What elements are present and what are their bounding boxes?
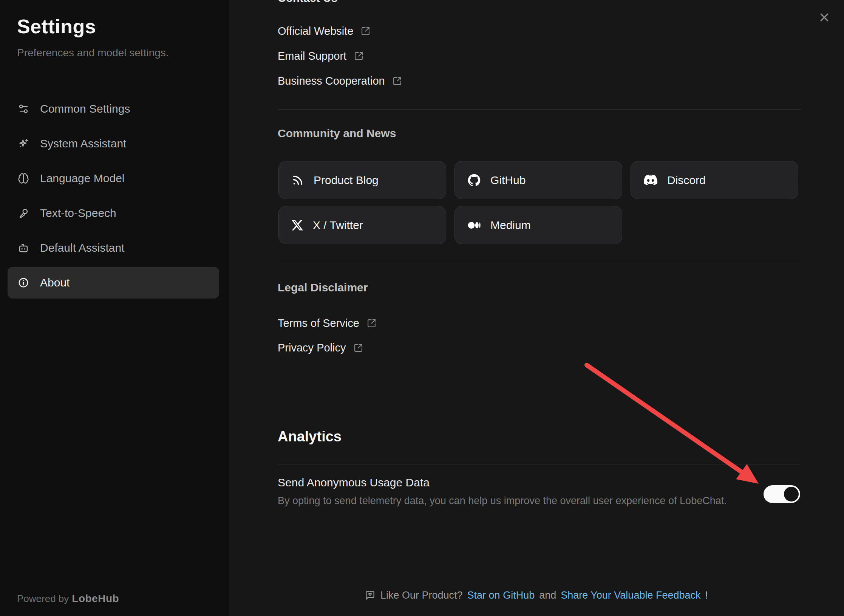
share-feedback-link[interactable]: Share Your Valuable Feedback: [561, 590, 700, 601]
sidebar-item-text-to-speech[interactable]: Text-to-Speech: [8, 197, 219, 229]
medium-icon: [468, 219, 481, 232]
info-icon: [17, 277, 29, 289]
discord-button[interactable]: Discord: [631, 161, 798, 199]
send-usage-data-description: By opting to send telemetry data, you ca…: [278, 495, 727, 507]
toggle-knob: [784, 487, 799, 501]
discord-icon: [644, 173, 657, 187]
github-icon: [468, 174, 481, 187]
brain-icon: [17, 172, 29, 184]
powered-by-text: Powered by: [17, 593, 69, 604]
sidebar-item-label: Common Settings: [40, 102, 130, 115]
privacy-policy-link[interactable]: Privacy Policy: [278, 340, 363, 355]
contact-us-title-clipped: Contact Us: [278, 0, 337, 5]
rss-icon: [292, 174, 304, 186]
send-usage-data-toggle[interactable]: [764, 485, 800, 503]
lobehub-brand: LobeHub: [72, 593, 119, 604]
community-section-title: Community and News: [278, 127, 396, 140]
settings-sidebar: Settings Preferences and model settings.…: [0, 0, 229, 616]
mic-icon: [17, 207, 29, 219]
terms-of-service-link[interactable]: Terms of Service: [278, 316, 376, 331]
settings-modal: Settings Preferences and model settings.…: [0, 0, 844, 616]
sidebar-item-label: Text-to-Speech: [40, 207, 116, 220]
settings-nav: Common Settings System Assistant Languag…: [8, 93, 219, 302]
external-link-icon: [367, 319, 376, 328]
sidebar-item-common-settings[interactable]: Common Settings: [8, 93, 219, 125]
external-link-icon: [354, 343, 363, 353]
link-label: Business Cooperation: [278, 75, 385, 87]
footer-text: and: [539, 590, 556, 601]
sidebar-item-default-assistant[interactable]: Default Assistant: [8, 232, 219, 264]
sparkles-icon: [17, 138, 29, 150]
close-button[interactable]: [815, 8, 834, 27]
link-label: Privacy Policy: [278, 342, 346, 354]
sidebar-item-label: Default Assistant: [40, 241, 124, 254]
product-footer: Like Our Product? Star on GitHub and Sha…: [229, 590, 844, 601]
page-title: Settings: [17, 15, 96, 38]
section-divider: [278, 464, 801, 464]
link-label: Official Website: [278, 25, 353, 37]
sidebar-item-language-model[interactable]: Language Model: [8, 163, 219, 194]
legal-section-title: Legal Disclaimer: [278, 281, 368, 294]
link-label: Terms of Service: [278, 317, 359, 330]
github-button[interactable]: GitHub: [454, 161, 622, 199]
sidebar-item-about[interactable]: About: [8, 267, 219, 299]
button-label: Medium: [490, 219, 531, 232]
button-label: GitHub: [490, 174, 526, 187]
section-divider: [278, 109, 801, 110]
bot-icon: [17, 242, 29, 254]
button-label: X / Twitter: [313, 219, 363, 232]
external-link-icon: [354, 51, 363, 61]
sliders-icon: [17, 103, 29, 115]
message-heart-icon: [365, 590, 375, 601]
button-label: Product Blog: [314, 174, 379, 187]
x-twitter-button[interactable]: X / Twitter: [278, 206, 446, 244]
link-label: Email Support: [278, 50, 346, 62]
sidebar-item-label: About: [40, 276, 70, 289]
medium-button[interactable]: Medium: [454, 206, 622, 244]
x-twitter-icon: [292, 220, 303, 231]
product-blog-button[interactable]: Product Blog: [278, 161, 446, 199]
close-icon: [819, 12, 830, 23]
powered-by: Powered byLobeHub: [17, 593, 119, 605]
footer-text: Like Our Product?: [380, 590, 463, 601]
sidebar-item-label: Language Model: [40, 172, 125, 185]
external-link-icon: [361, 26, 370, 36]
send-usage-data-label: Send Anonymous Usage Data: [278, 476, 430, 489]
footer-text: !: [705, 590, 708, 601]
section-divider: [278, 263, 801, 263]
page-subtitle: Preferences and model settings.: [17, 47, 169, 59]
business-cooperation-link[interactable]: Business Cooperation: [278, 73, 402, 88]
analytics-section-title: Analytics: [278, 429, 342, 445]
sidebar-item-label: System Assistant: [40, 137, 126, 150]
official-website-link[interactable]: Official Website: [278, 23, 370, 39]
external-link-icon: [393, 76, 402, 86]
button-label: Discord: [667, 174, 706, 187]
star-on-github-link[interactable]: Star on GitHub: [467, 590, 535, 601]
email-support-link[interactable]: Email Support: [278, 48, 363, 63]
sidebar-item-system-assistant[interactable]: System Assistant: [8, 128, 219, 159]
